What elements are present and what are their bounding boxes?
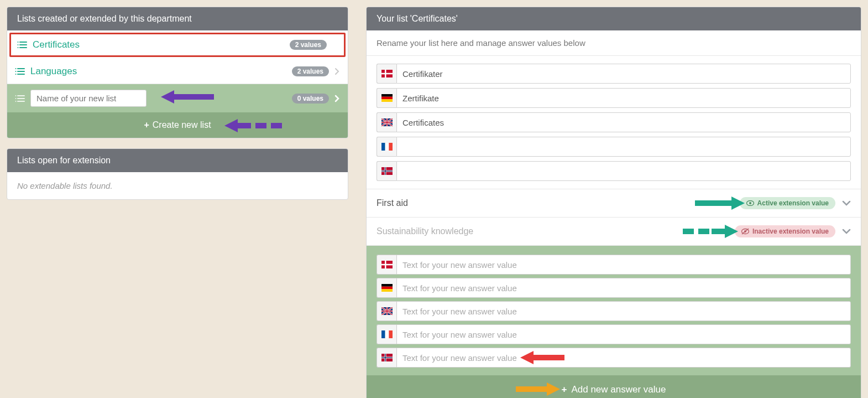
- svg-rect-61: [381, 330, 385, 338]
- add-answer-value-label: Add new answer value: [571, 384, 666, 395]
- svg-rect-24: [381, 73, 393, 75]
- lists-extension-header: Lists open for extension: [7, 149, 348, 172]
- annotation-arrow-green: [695, 194, 745, 213]
- flag-dk-icon: [377, 64, 396, 84]
- annotation-arrow-orange: [516, 380, 560, 398]
- svg-point-11: [15, 74, 17, 75]
- rename-lang-row: [377, 161, 851, 181]
- add-answer-value-button[interactable]: +Add new answer value: [367, 375, 861, 398]
- flag-de-icon: [377, 88, 396, 108]
- rename-lang-row: [377, 112, 851, 132]
- annotation-arrow-green-dashed: [683, 222, 738, 241]
- svg-rect-68: [381, 357, 393, 358]
- flag-fr-icon: [377, 324, 396, 344]
- flag-no-icon: [377, 348, 396, 368]
- new-value-input-no[interactable]: [396, 348, 851, 368]
- svg-point-10: [15, 71, 17, 72]
- svg-rect-63: [389, 330, 393, 338]
- list-item-label: Languages: [30, 66, 286, 77]
- plus-icon: +: [144, 120, 149, 130]
- new-value-lang-row: [377, 278, 851, 298]
- value-count-badge: 2 values: [292, 66, 329, 76]
- svg-rect-21: [271, 123, 282, 128]
- list-item-label: Certificates: [33, 39, 284, 50]
- value-title: First aid: [377, 198, 408, 208]
- svg-rect-27: [381, 99, 393, 102]
- flag-de-icon: [377, 278, 396, 298]
- new-value-lang-row: [377, 348, 851, 368]
- new-list-name-input[interactable]: [30, 90, 147, 107]
- svg-point-9: [15, 68, 17, 69]
- new-value-input-uk[interactable]: [396, 301, 851, 321]
- svg-marker-49: [712, 225, 738, 238]
- rename-lang-row: [377, 137, 851, 157]
- svg-rect-60: [381, 311, 393, 312]
- svg-marker-43: [695, 197, 745, 210]
- list-icon: [15, 67, 25, 76]
- rename-lang-row: [377, 64, 851, 84]
- svg-rect-33: [381, 143, 385, 151]
- create-new-list-label: Create new list: [153, 120, 211, 130]
- svg-rect-48: [698, 229, 709, 234]
- svg-rect-20: [255, 123, 266, 128]
- new-value-lang-row: [377, 324, 851, 344]
- rename-lang-row: [377, 88, 851, 108]
- status-badge-inactive: Inactive extension value: [735, 225, 835, 237]
- rename-input-dk[interactable]: [396, 64, 851, 84]
- svg-rect-40: [381, 170, 393, 171]
- flag-uk-icon: [377, 301, 396, 321]
- svg-point-5: [18, 47, 19, 48]
- flag-fr-icon: [377, 137, 396, 157]
- rename-instructions: Rename your list here and manage answer …: [367, 30, 861, 56]
- svg-point-17: [15, 101, 17, 102]
- rename-input-no[interactable]: [396, 161, 851, 181]
- rename-input-de[interactable]: [396, 88, 851, 108]
- rename-input-fr[interactable]: [396, 137, 851, 157]
- lists-extension-panel: Lists open for extension No extendable l…: [7, 148, 348, 200]
- new-value-lang-row: [377, 255, 851, 275]
- your-list-header: Your list 'Certificates': [367, 7, 861, 30]
- list-item-certificates[interactable]: Certificates 2 values: [9, 33, 346, 57]
- chevron-right-icon: [334, 95, 340, 102]
- chevron-right-icon: [334, 68, 340, 75]
- new-value-input-de[interactable]: [396, 278, 851, 298]
- status-badge-active: Active extension value: [740, 197, 835, 209]
- rename-input-uk[interactable]: [396, 112, 851, 132]
- lists-department-panel: Lists created or extended by this depart…: [7, 7, 348, 138]
- flag-uk-icon: [377, 112, 396, 132]
- value-row-first-aid[interactable]: First aid Active extension value: [367, 189, 861, 218]
- svg-rect-26: [381, 97, 393, 100]
- chevron-down-icon[interactable]: [842, 229, 851, 234]
- eye-off-icon: [741, 228, 749, 235]
- create-new-list-button[interactable]: +Create new list: [7, 112, 348, 138]
- list-icon: [17, 40, 27, 49]
- value-count-badge: 2 values: [290, 40, 327, 50]
- annotation-arrow-purple-dashed: [224, 116, 285, 136]
- svg-marker-70: [516, 383, 560, 396]
- new-list-row: 0 values: [7, 84, 348, 112]
- new-value-input-fr[interactable]: [396, 324, 851, 344]
- lists-department-header: Lists created or extended by this depart…: [7, 7, 348, 30]
- svg-rect-47: [683, 229, 694, 234]
- new-value-input-dk[interactable]: [396, 255, 851, 275]
- svg-point-15: [15, 95, 17, 96]
- svg-marker-19: [224, 119, 251, 132]
- value-row-sustainability[interactable]: Sustainability knowledge Inactive extens…: [367, 218, 861, 246]
- svg-point-3: [18, 42, 19, 43]
- svg-rect-34: [385, 143, 389, 151]
- svg-rect-25: [381, 94, 393, 97]
- value-title: Sustainability knowledge: [377, 226, 473, 236]
- flag-no-icon: [377, 161, 396, 181]
- svg-rect-53: [381, 284, 393, 287]
- chevron-down-icon[interactable]: [842, 200, 851, 206]
- flag-dk-icon: [377, 255, 396, 275]
- list-item-languages[interactable]: Languages 2 values: [7, 59, 348, 84]
- svg-rect-55: [381, 289, 393, 292]
- value-count-badge: 0 values: [292, 94, 329, 104]
- your-list-panel: Your list 'Certificates' Rename your lis…: [366, 7, 861, 398]
- new-answer-value-block: [367, 246, 861, 375]
- svg-point-42: [749, 202, 751, 204]
- svg-point-4: [18, 44, 19, 45]
- svg-rect-52: [381, 264, 393, 266]
- svg-rect-32: [381, 122, 393, 123]
